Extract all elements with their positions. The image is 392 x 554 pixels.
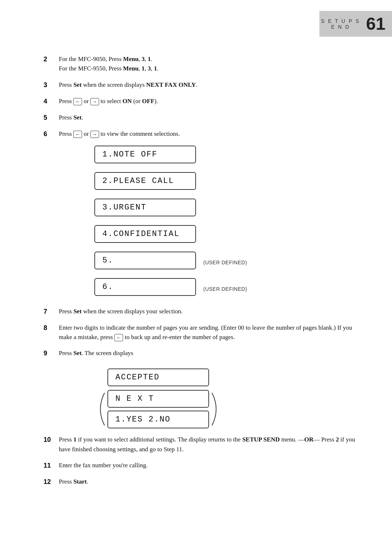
lcd-option-6: 6. (USER DEFINED) [94,278,363,300]
lcd-option-4: 4.CONFIDENTIAL [94,225,363,247]
lcd-option-1: 1.NOTE OFF [94,146,363,168]
right-arc-icon [209,391,222,427]
step-9: 9 Press Set. The screen displays [44,349,363,358]
lcd-accepted: ACCEPTED [107,368,209,386]
step-8-text: Enter two digits to indicate the number … [59,323,363,342]
right-arrow-icon: → [90,98,99,105]
step-7: 7 Press Set when the screen displays you… [44,307,363,317]
step-5-text: Press Set. [59,113,83,122]
page-number: 61 [362,14,392,34]
step-num-7: 7 [44,307,57,317]
step-2: 2 For the MFC-9050, Press Menu, 3, 1. Fo… [44,54,363,74]
flow-arrow-wrapper: N E X T 1.YES 2.NO [94,390,222,428]
step-8: 8 Enter two digits to indicate the numbe… [44,323,363,342]
lcd-next: N E X T [107,390,209,408]
step-12-text: Press Start. [59,477,88,486]
lcd-option-3: 3.URGENT [94,199,363,221]
flow-inner: N E X T 1.YES 2.NO [107,390,209,428]
user-defined-label-6: (USER DEFINED) [203,286,247,292]
lcd-options-section: 1.NOTE OFF 2.PLEASE CALL 3.URGENT 4.CONF… [94,146,363,300]
step-7-text: Press Set when the screen displays your … [59,307,183,316]
step-num-2: 2 [44,54,57,64]
lcd-yes-no: 1.YES 2.NO [107,411,209,428]
lcd-option-5: 5. (USER DEFINED) [94,252,363,274]
left-arrow-icon: ← [73,98,82,105]
left-arc-icon [94,391,107,427]
step-5: 5 Press Set. [44,113,363,123]
lcd-display-6: 6. [94,278,196,296]
step-11: 11 Enter the fax number you're calling. [44,461,363,471]
step-4: 4 Press ← or → to select ON (or OFF). [44,97,363,106]
page-header: S E T U P S E N D 61 [319,11,392,37]
step-3-text: Press Set when the screen displays NEXT … [59,80,197,90]
step-num-6: 6 [44,129,57,139]
lcd-option-2: 2.PLEASE CALL [94,172,363,194]
right-arrow-2-icon: → [90,131,99,138]
back-arrow-icon: ← [114,334,123,341]
lcd-display-2: 2.PLEASE CALL [94,172,196,190]
lcd-display-1: 1.NOTE OFF [94,146,196,163]
page: S E T U P S E N D 61 2 For the MFC-9050,… [0,0,392,554]
step-9-text: Press Set. The screen displays [59,349,133,358]
step-11-text: Enter the fax number you're calling. [59,461,148,470]
step-4-text: Press ← or → to select ON (or OFF). [59,97,158,106]
step-num-5: 5 [44,113,57,123]
left-arrow-2-icon: ← [73,131,82,138]
step-num-9: 9 [44,349,57,358]
lcd-display-3: 3.URGENT [94,199,196,216]
step-10-text: Press 1 if you want to select additional… [59,435,363,454]
step-num-11: 11 [44,461,57,471]
user-defined-label-5: (USER DEFINED) [203,260,247,265]
step-num-4: 4 [44,97,57,106]
step-2-text: For the MFC-9050, Press Menu, 3, 1. For … [59,54,159,74]
step-num-10: 10 [44,435,57,445]
step-num-3: 3 [44,80,57,90]
lcd-display-4: 4.CONFIDENTIAL [94,225,196,243]
step-6: 6 Press ← or → to view the comment selec… [44,129,363,139]
section-title: S E T U P S E N D [319,18,362,30]
step-num-8: 8 [44,323,57,333]
step-3: 3 Press Set when the screen displays NEX… [44,80,363,90]
step-6-text: Press ← or → to view the comment selecti… [59,129,180,139]
step-12: 12 Press Start. [44,477,363,487]
main-content: 2 For the MFC-9050, Press Menu, 3, 1. Fo… [44,54,363,487]
step-num-12: 12 [44,477,57,487]
step-10: 10 Press 1 if you want to select additio… [44,435,363,454]
lcd-display-5: 5. [94,252,196,269]
lcd-flow-section: ACCEPTED N E X T 1.YES 2.NO [94,368,222,428]
